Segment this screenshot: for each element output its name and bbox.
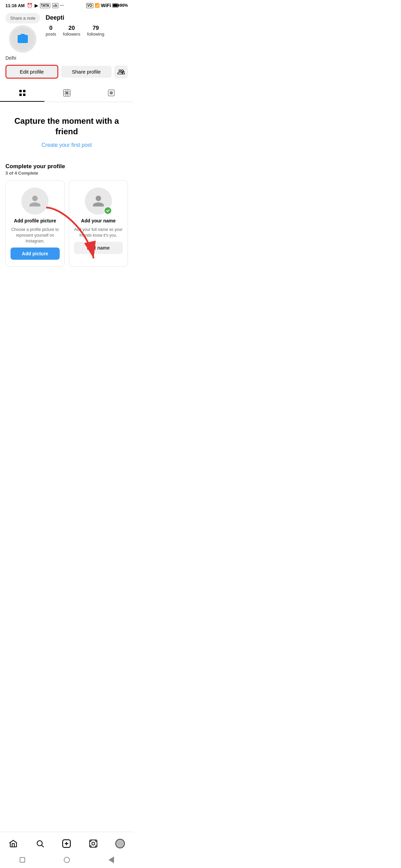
cb-icon: cb <box>52 3 58 8</box>
status-time: 11:16 AM ⏰ ▶ TATA cb ·· <box>5 3 64 8</box>
battery-percent: 90% <box>120 3 128 8</box>
status-right-icons: VO 📶 WiFi 90% <box>86 3 128 8</box>
tab-reels[interactable] <box>44 84 89 102</box>
profile-location: Delhi <box>0 53 133 65</box>
add-picture-desc: Choose a profile picture to represent yo… <box>11 227 60 244</box>
avatar-section: Share a note <box>5 13 40 53</box>
volte-icon: VO <box>86 3 93 8</box>
camera-icon <box>17 33 29 45</box>
alarm-icon: ⏰ <box>27 3 33 8</box>
reels-icon <box>63 89 71 97</box>
camera-icon-bg <box>11 27 35 51</box>
add-person-button[interactable] <box>114 65 128 78</box>
share-note-button[interactable]: Share a note <box>5 13 40 23</box>
following-label: following <box>87 32 104 37</box>
profile-header: Share a note Deepti 0 posts 20 followers… <box>0 9 133 53</box>
battery-icon <box>112 3 118 7</box>
followers-label: followers <box>63 32 80 37</box>
tagged-icon <box>107 89 115 97</box>
add-name-card: Add your name Add your full name so your… <box>69 180 128 267</box>
grid-icon <box>18 89 26 97</box>
wifi-icon: WiFi <box>101 3 111 8</box>
following-count: 79 <box>93 25 99 32</box>
action-buttons: Edit profile Share profile <box>0 65 133 84</box>
profile-username: Deepti <box>45 14 128 21</box>
add-picture-avatar <box>21 188 49 215</box>
stats-row: 0 posts 20 followers 79 following <box>45 25 128 37</box>
following-stat[interactable]: 79 following <box>87 25 104 37</box>
add-picture-card: Add profile picture Choose a profile pic… <box>5 180 65 267</box>
add-picture-title: Add profile picture <box>14 218 56 223</box>
tata-icon: TATA <box>40 3 50 8</box>
tab-grid[interactable] <box>0 84 44 102</box>
followers-stat[interactable]: 20 followers <box>63 25 80 37</box>
profile-cards: Add profile picture Choose a profile pic… <box>5 180 128 267</box>
posts-stat: 0 posts <box>45 25 56 37</box>
person-icon-2 <box>92 194 105 208</box>
add-name-title: Add your name <box>81 218 116 223</box>
status-bar: 11:16 AM ⏰ ▶ TATA cb ·· VO 📶 WiFi 90% <box>0 0 133 9</box>
share-profile-button[interactable]: Share profile <box>61 66 112 78</box>
person-icon <box>28 194 42 208</box>
posts-count: 0 <box>49 25 52 32</box>
check-badge <box>104 206 112 215</box>
more-icon: ·· <box>60 3 64 8</box>
signal-icon: 📶 <box>95 3 100 8</box>
add-name-avatar <box>85 188 112 215</box>
followers-count: 20 <box>69 25 75 32</box>
edit-name-button[interactable]: Edit name <box>74 242 123 254</box>
tabs-row <box>0 84 133 102</box>
create-post-link[interactable]: Create your first post <box>41 142 92 148</box>
complete-profile-section: Complete your profile 3 of 4 Complete Ad… <box>0 155 133 272</box>
add-picture-button[interactable]: Add picture <box>11 248 60 260</box>
tab-tagged[interactable] <box>89 84 133 102</box>
add-name-desc: Add your full name so your friends know … <box>74 227 123 238</box>
youtube-icon: ▶ <box>35 3 38 8</box>
complete-profile-title: Complete your profile <box>5 163 128 170</box>
posts-label: posts <box>45 32 56 37</box>
empty-state: Capture the moment with a friend Create … <box>0 102 133 155</box>
complete-profile-progress: 3 of 4 Complete <box>5 171 128 176</box>
profile-info: Deepti 0 posts 20 followers 79 following <box>45 13 128 37</box>
add-person-icon <box>117 68 125 76</box>
capture-title: Capture the moment with a friend <box>5 116 128 137</box>
svg-point-3 <box>66 92 68 94</box>
avatar-circle[interactable] <box>9 25 36 53</box>
edit-profile-button[interactable]: Edit profile <box>5 65 58 79</box>
